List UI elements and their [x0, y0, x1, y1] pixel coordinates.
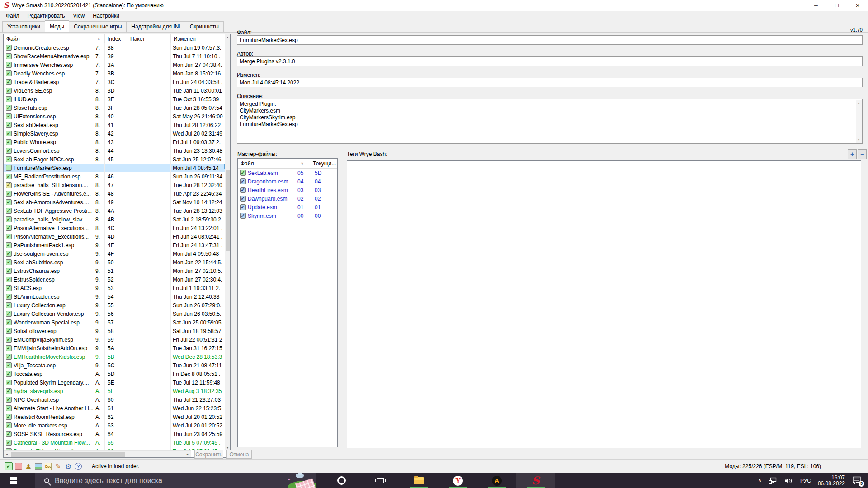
scroll-down-icon[interactable]: ▼ — [226, 445, 229, 450]
aimp-taskbar-button[interactable]: A — [477, 473, 516, 488]
column-header-index[interactable]: Index — [105, 34, 127, 43]
tab-Установщики[interactable]: Установщики — [2, 21, 45, 32]
cancel-button[interactable]: Отмена — [226, 450, 252, 459]
tab-Надстройки для INI[interactable]: Надстройки для INI — [126, 21, 185, 32]
mod-checkbox[interactable]: ✓ — [6, 148, 12, 154]
mod-checkbox[interactable]: ✓ — [6, 234, 12, 239]
mod-row[interactable]: ✓SofiaFollower.esp9.58Sat Jun 18 19:58:5… — [4, 327, 225, 335]
mods-vertical-scrollbar[interactable]: ▲ ▼ — [225, 34, 230, 450]
modified-field[interactable]: Mon Jul 4 08:45:14 2022 — [237, 78, 863, 87]
mod-row[interactable]: ✓Toccata.espA.5DFri Dec 8 08:05:51 . — [4, 370, 225, 378]
column-header-modified[interactable]: Изменен — [171, 34, 230, 43]
tray-overflow-icon[interactable]: ∧ — [758, 478, 762, 483]
tab-Сохраненные игры[interactable]: Сохраненные игры — [69, 21, 127, 32]
master-row[interactable]: ✓Skyrim.esm0000 — [238, 211, 337, 220]
tab-Моды[interactable]: Моды — [45, 20, 69, 32]
mod-row[interactable]: ✓SexLab-AmorousAdventures....8.49Sat Nov… — [4, 198, 225, 206]
mod-checkbox[interactable]: ✓ — [6, 62, 12, 68]
mod-checkbox[interactable]: ✓ — [6, 45, 12, 51]
column-header-file[interactable]: Файл — [4, 34, 93, 43]
mod-row[interactable]: ✓ShowRaceMenuAlternative.esp7.39Thu Jul … — [4, 52, 225, 61]
scroll-left-icon[interactable]: ◄ — [4, 453, 10, 456]
mod-row[interactable]: ✓Deadly Wenches.esp7.3BMon Jan 8 15:02:1… — [4, 69, 225, 78]
add-tag-button[interactable]: + — [848, 149, 857, 159]
scroll-down-icon[interactable]: ▼ — [857, 136, 860, 143]
mod-row[interactable]: ✓SOSP SKSE Resources.espA.64Thu Jun 23 0… — [4, 430, 225, 438]
menu-item-Редактировать[interactable]: Редактировать — [24, 11, 69, 20]
mod-checkbox[interactable]: ✓ — [6, 388, 12, 394]
yandex-browser-taskbar-button[interactable]: Y — [439, 473, 477, 488]
task-view-taskbar-button[interactable] — [361, 473, 400, 488]
mod-checkbox[interactable]: ✓ — [6, 174, 12, 179]
mod-checkbox[interactable]: ✓ — [6, 371, 12, 377]
mod-row[interactable]: ✓MF_RadiantProstitution.esp8.46Sun Jun 2… — [4, 172, 225, 181]
mod-checkbox[interactable]: ✓ — [6, 397, 12, 403]
menu-item-Настройки[interactable]: Настройки — [89, 11, 123, 20]
mod-checkbox[interactable]: ✓ — [6, 311, 12, 317]
mod-row[interactable]: ✓EstrusSpider.esp9.52Mon Jun 27 02:30:4. — [4, 275, 225, 284]
master-checkbox[interactable]: ✓ — [240, 187, 246, 193]
mod-row[interactable]: ✓paradise_halls_SLExtension....8.47Tue J… — [4, 181, 225, 189]
mod-row[interactable]: ✓Immersive Wenches.esp7.3AMon Jun 27 04:… — [4, 61, 225, 69]
mod-row[interactable]: ✓SimpleSlavery.esp8.42Wed Jul 20 02:31:4… — [4, 129, 225, 138]
mod-checkbox[interactable]: ✓ — [6, 242, 12, 248]
mod-row[interactable]: ✓Luxury Collection Vendor.esp9.56Sun Jun… — [4, 310, 225, 318]
mod-row[interactable]: ✓SexLabSubtitles.esp9.50Mon Jan 22 15:44… — [4, 258, 225, 267]
mods-horizontal-scrollbar[interactable]: ◄ ► — [4, 450, 191, 457]
master-checkbox[interactable]: ✓ — [240, 213, 246, 219]
mod-row[interactable]: ✓Trade & Barter.esp7.3CFri Jun 24 04:33:… — [4, 78, 225, 86]
mod-checkbox[interactable]: ✓ — [6, 319, 12, 325]
master-checkbox[interactable]: ✓ — [240, 196, 246, 202]
mod-checkbox[interactable]: ✓ — [6, 122, 12, 128]
master-checkbox[interactable]: ✓ — [240, 170, 246, 176]
mod-row[interactable]: ✓PrisonAlternative_Executions...9.4DFri … — [4, 232, 225, 241]
menu-item-Файл[interactable]: Файл — [2, 11, 24, 20]
doll-icon[interactable]: ♟ — [24, 462, 33, 470]
master-row[interactable]: ✓Update.esm0101 — [238, 203, 337, 211]
mod-checkbox[interactable]: ✓ — [6, 191, 12, 197]
clock[interactable]: 16:0706.08.2022 — [818, 475, 845, 487]
gear-icon[interactable]: ⚙ — [64, 462, 72, 470]
master-row[interactable]: ✓HearthFires.esm0303 — [238, 186, 337, 194]
mod-checkbox[interactable]: ✓ — [6, 277, 12, 282]
tab-Скриншоты[interactable]: Скриншоты — [185, 21, 224, 32]
column-header-package[interactable]: Пакет — [127, 34, 171, 43]
mod-checkbox[interactable]: ✓ — [6, 88, 12, 94]
keyboard-language[interactable]: РУС — [800, 478, 811, 484]
mod-row[interactable]: ✓EMCompViljaSkyrim.esp9.59Fri Jul 22 00:… — [4, 335, 225, 344]
save-button[interactable]: Сохранить — [194, 450, 223, 459]
mod-checkbox[interactable]: ✓ — [6, 199, 12, 205]
start-button[interactable] — [0, 473, 27, 488]
mod-checkbox[interactable]: ✓ — [6, 113, 12, 119]
mod-checkbox[interactable]: ✓ — [6, 448, 12, 450]
mod-checkbox[interactable]: ✓ — [6, 182, 12, 188]
mod-checkbox[interactable]: ✓ — [6, 156, 12, 162]
mod-row[interactable]: ✓DemonicCreatures.esp7.38Sun Jun 19 07:5… — [4, 43, 225, 52]
minimize-button[interactable]: ─ — [806, 0, 826, 11]
mod-row[interactable]: ✓iHUD.esp8.3ETue Oct 3 16:55:39 — [4, 95, 225, 103]
tags-panel[interactable] — [347, 160, 861, 448]
mod-row[interactable]: ✓Public Whore.esp8.43Fri Jul 1 09:03:37 … — [4, 138, 225, 146]
mod-checkbox[interactable]: ✓ — [6, 259, 12, 265]
mod-checkbox[interactable]: ✓ — [6, 328, 12, 334]
mod-row[interactable]: ✓Dynamic Things Alternative.espA.66Tue J… — [4, 447, 225, 450]
master-row[interactable]: ✓SexLab.esm055D — [238, 169, 337, 177]
mod-checkbox[interactable] — [6, 165, 12, 171]
mod-checkbox[interactable]: ✓ — [6, 345, 12, 351]
scrollbar-thumb[interactable] — [226, 170, 230, 251]
mod-row[interactable]: ✓paradise_halls_fellglow_slav...8.4BSat … — [4, 215, 225, 224]
edit-icon[interactable]: ✎ — [54, 462, 62, 470]
master-checkbox[interactable]: ✓ — [240, 204, 246, 210]
scroll-up-icon[interactable]: ▲ — [857, 100, 860, 107]
doc-icon[interactable]: Doc — [45, 463, 52, 470]
remove-tag-button[interactable]: − — [858, 149, 867, 159]
mod-checkbox[interactable]: ✓ — [6, 405, 12, 411]
network-icon[interactable] — [769, 477, 778, 484]
mod-checkbox[interactable]: ✓ — [6, 302, 12, 308]
wrye-smash-taskbar-button[interactable]: S — [516, 473, 555, 488]
mod-checkbox[interactable]: ✓ — [6, 294, 12, 300]
help-icon[interactable]: ? — [75, 463, 82, 470]
description-field[interactable]: Merged Plugin: CityMarkers.esm CityMarke… — [237, 99, 863, 144]
opera-taskbar-button[interactable] — [322, 473, 361, 488]
mod-row[interactable]: ✓EstrusChaurus.esp9.51Mon Jun 27 02:10:5… — [4, 267, 225, 275]
